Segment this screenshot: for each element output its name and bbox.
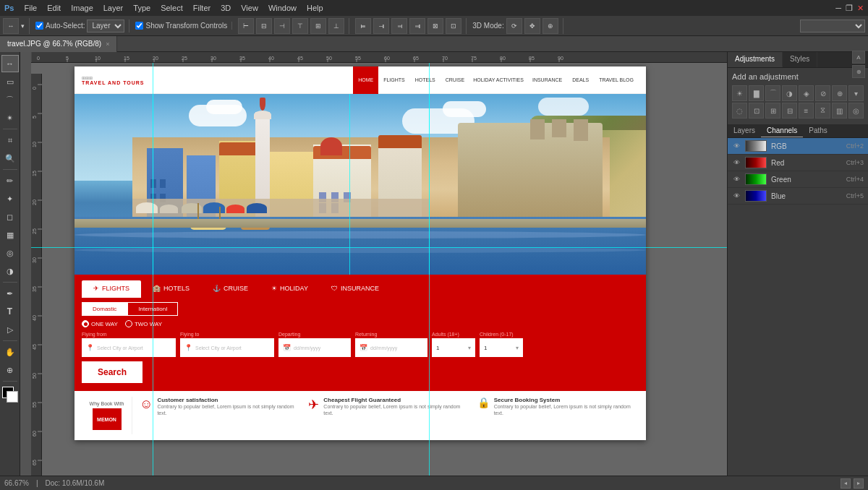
- nav-deals[interactable]: DEALS: [567, 66, 594, 94]
- align-top-btn[interactable]: ⊤: [292, 18, 308, 34]
- dist-top-btn[interactable]: ⫥: [409, 18, 425, 34]
- align-center-h-btn[interactable]: ⊞: [310, 18, 326, 34]
- color-lookup-adj-icon[interactable]: ⊞: [765, 103, 780, 119]
- menu-3d[interactable]: 3D: [221, 4, 231, 12]
- 3d-zoom-btn[interactable]: ⊕: [542, 18, 558, 34]
- chevron-adj-icon[interactable]: ▾: [848, 85, 864, 101]
- posterize-adj-icon[interactable]: ≡: [799, 103, 814, 119]
- align-left-btn[interactable]: ⊢: [238, 18, 254, 34]
- foreground-color[interactable]: [2, 387, 18, 403]
- transform-checkbox[interactable]: [135, 22, 143, 30]
- dist-center-btn[interactable]: ⫣: [373, 18, 389, 34]
- 3d-pan-btn[interactable]: ✥: [524, 18, 540, 34]
- booking-tab-holiday[interactable]: ☀ HOLIDAY: [260, 280, 320, 298]
- dist-bottom-btn[interactable]: ⊡: [446, 18, 461, 34]
- menu-image[interactable]: Image: [71, 4, 93, 12]
- one-way-option[interactable]: ONE WAY: [82, 320, 118, 327]
- right-panel-icon-1[interactable]: A: [852, 51, 865, 64]
- channel-eye-red[interactable]: 👁: [732, 158, 741, 167]
- tab-adjustments[interactable]: Adjustments: [728, 52, 783, 67]
- nav-home[interactable]: HOME: [353, 66, 378, 94]
- dist-right-btn[interactable]: ⫤: [391, 18, 407, 34]
- 3d-rotate-btn[interactable]: ⟳: [506, 18, 522, 34]
- nav-holiday[interactable]: HOLIDAY ACTIVITIES: [469, 66, 527, 94]
- hue-sat-adj-icon[interactable]: ⊘: [815, 85, 830, 101]
- color-balance-adj-icon[interactable]: ⊕: [832, 85, 847, 101]
- pen-tool[interactable]: ✒: [1, 285, 19, 302]
- document-tab-close[interactable]: ×: [106, 40, 109, 48]
- menu-view[interactable]: View: [241, 4, 258, 12]
- channel-row-rgb[interactable]: 👁 RGB Ctrl+2: [728, 138, 868, 155]
- eraser-tool[interactable]: ◻: [1, 208, 19, 225]
- menu-help[interactable]: Help: [307, 4, 323, 12]
- text-tool[interactable]: T: [1, 303, 19, 320]
- align-right-btn[interactable]: ⊣: [274, 18, 290, 34]
- departing-input[interactable]: 📅 dd/mm/yyyy: [278, 338, 351, 357]
- dist-middle-btn[interactable]: ⊠: [427, 18, 443, 34]
- tab-styles[interactable]: Styles: [783, 52, 817, 67]
- menu-layer[interactable]: Layer: [103, 4, 124, 12]
- gradient-map-adj-icon[interactable]: ▥: [832, 103, 847, 119]
- returning-input[interactable]: 📅 dd/mm/yyyy: [355, 338, 427, 357]
- magic-wand-tool[interactable]: ✴: [1, 109, 19, 126]
- levels-adj-icon[interactable]: ▇: [749, 85, 764, 101]
- menu-select[interactable]: Select: [161, 4, 183, 12]
- menu-window[interactable]: Window: [268, 4, 297, 12]
- zoom-tool[interactable]: ⊕: [1, 361, 19, 379]
- channel-eye-green[interactable]: 👁: [732, 175, 741, 184]
- flying-from-input[interactable]: 📍 Select City or Airport: [82, 338, 176, 357]
- tab-layers[interactable]: Layers: [728, 124, 761, 137]
- two-way-radio[interactable]: [125, 320, 132, 327]
- threshold-adj-icon[interactable]: ⧖: [815, 103, 830, 119]
- auto-select-checkbox[interactable]: [35, 22, 43, 30]
- nav-flights[interactable]: FLIGHTS: [378, 66, 410, 94]
- search-button[interactable]: Search: [82, 361, 142, 383]
- menu-edit[interactable]: Edit: [47, 4, 61, 12]
- channel-eye-rgb[interactable]: 👁: [732, 142, 741, 150]
- gradient-tool[interactable]: ▦: [1, 226, 19, 244]
- tab-channels[interactable]: Channels: [761, 124, 803, 137]
- adults-input[interactable]: 1 ▾: [432, 338, 475, 357]
- nav-insurance[interactable]: INSURANCE: [527, 66, 567, 94]
- exposure-adj-icon[interactable]: ◑: [782, 85, 797, 101]
- close-btn[interactable]: ✕: [857, 4, 864, 13]
- brush-tool[interactable]: ✏: [1, 172, 19, 189]
- align-bottom-btn[interactable]: ⊥: [328, 18, 344, 34]
- domestic-tab[interactable]: Domastic: [82, 302, 127, 316]
- tab-paths[interactable]: Paths: [803, 124, 833, 137]
- international-tab[interactable]: InternationI: [127, 302, 178, 316]
- invert-adj-icon[interactable]: ⊟: [782, 103, 797, 119]
- dist-left-btn[interactable]: ⫢: [355, 18, 371, 34]
- align-center-v-btn[interactable]: ⊟: [256, 18, 272, 34]
- document-tab[interactable]: travel.JPG @ 66.7% (RGB/8) ×: [0, 36, 117, 52]
- nav-hotels[interactable]: HOTELS: [410, 66, 441, 94]
- one-way-radio[interactable]: [82, 320, 89, 327]
- blur-tool[interactable]: ◎: [1, 244, 19, 262]
- auto-select-dropdown[interactable]: Layer: [87, 20, 124, 33]
- photo-filter-adj-icon[interactable]: ◌: [732, 103, 747, 119]
- menu-filter[interactable]: Filter: [193, 4, 210, 12]
- minimize-btn[interactable]: ─: [835, 4, 841, 13]
- ps-logo[interactable]: Ps: [4, 4, 14, 12]
- children-input[interactable]: 1 ▾: [480, 338, 523, 357]
- curves-adj-icon[interactable]: ⌒: [765, 85, 780, 101]
- channel-row-green[interactable]: 👁 Green Ctrl+4: [728, 171, 868, 188]
- eyedropper-tool[interactable]: 🔍: [1, 150, 19, 167]
- nav-cruise[interactable]: CRUISE: [441, 66, 469, 94]
- marquee-tool[interactable]: ▭: [1, 73, 19, 90]
- menu-type[interactable]: Type: [133, 4, 150, 12]
- channel-row-red[interactable]: 👁 Red Ctrl+3: [728, 155, 868, 171]
- clone-tool[interactable]: ✦: [1, 190, 19, 207]
- next-page-btn[interactable]: ▸: [854, 478, 864, 489]
- adults-dropdown-icon[interactable]: ▾: [468, 345, 471, 351]
- channel-eye-blue[interactable]: 👁: [732, 192, 741, 200]
- crop-tool[interactable]: ⌗: [1, 132, 19, 149]
- nav-blog[interactable]: TRAVEL BLOG: [594, 66, 639, 94]
- lasso-tool[interactable]: ⌒: [1, 91, 19, 108]
- menu-file[interactable]: File: [24, 4, 37, 12]
- brightness-adj-icon[interactable]: ☀: [732, 85, 747, 101]
- booking-tab-insurance[interactable]: 🛡 INSURANCE: [320, 280, 391, 298]
- two-way-option[interactable]: TWO WAY: [125, 320, 162, 327]
- selective-color-adj-icon[interactable]: ◎: [848, 103, 864, 119]
- hand-tool[interactable]: ✋: [1, 343, 19, 361]
